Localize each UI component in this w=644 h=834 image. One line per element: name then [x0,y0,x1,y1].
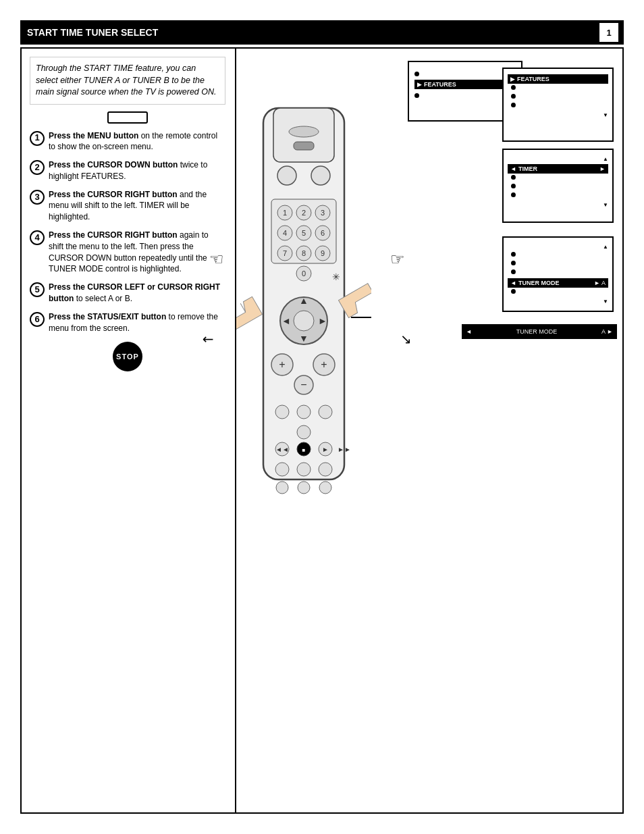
screen2-features-label: FEATURES [517,76,549,82]
bottom-bar-left-arrow: ◄ [466,328,472,335]
step-6-text: Press the STATUS/EXIT button to remove t… [49,311,225,334]
svg-text:8: 8 [302,249,306,257]
screen3-down-arrow: ▼ [508,201,608,209]
screen4-row4 [508,269,608,277]
svg-text:0: 0 [302,269,306,278]
step-3-text: Press the CURSOR RIGHT button and the me… [49,189,225,223]
step-3-bold: Press the CURSOR RIGHT button [49,190,178,199]
svg-point-56 [298,481,310,494]
right-arrow-icon: ► A [594,280,606,286]
bullet-icon [511,85,516,90]
bullet-icon [511,175,516,180]
step-5-rest: to select A or B. [74,294,132,303]
screen4-down-arrow: ▼ [508,298,608,305]
svg-text:◄◄: ◄◄ [275,446,289,453]
left-hand-icon: ☜ [209,250,224,269]
step-5-text: Press the CURSOR LEFT or CURSOR RIGHT bu… [49,282,225,305]
svg-text:6: 6 [321,229,325,237]
svg-point-57 [319,481,331,494]
bullet-icon [511,192,516,197]
screen4-tuner-mode-label: TUNER MODE [518,280,560,286]
stop-circle: STOP [113,342,142,371]
step-2-bold: Press the CURSOR DOWN button [49,160,178,170]
bullet-icon [511,94,516,99]
screen3-row-timer-highlighted: ◄ TIMER ► [508,164,608,174]
svg-text:►►: ►► [338,446,351,453]
screen1-row2-highlighted: ▶ FEATURES [414,80,516,89]
top-header-bar: START TIME TUNER SELECT 1 [20,20,624,45]
step-4-bold: Press the CURSOR RIGHT button [49,230,178,240]
bullet-icon [511,103,516,107]
step-1-number: 1 [30,131,45,146]
step-1-text: Press the MENU button on the remote cont… [49,130,225,153]
step-6-number: 6 [30,312,45,327]
step-1-bold: Press the MENU button [49,131,138,140]
bottom-bar-value: A ► [601,328,613,335]
remote-svg: 1 2 3 4 5 6 7 8 9 0 ✳ [236,101,371,574]
screen3-row3 [508,175,608,182]
screen3-row5 [508,192,608,200]
down-arrow-icon: ▼ [603,202,608,208]
svg-text:◄: ◄ [281,315,291,326]
step-6: 6 Press the STATUS/EXIT button to remove… [30,311,225,334]
screen1-row1 [414,70,516,78]
svg-point-29 [294,311,314,331]
arrow-icon: ◄ [510,165,516,172]
bullet-icon [511,184,516,188]
screen1-features-label: FEATURES [424,81,456,88]
step-5-number: 5 [30,282,45,297]
right-arrow-icon: ► [599,165,606,172]
screen4-row6 [508,289,608,296]
svg-rect-0 [263,108,344,479]
svg-text:1: 1 [283,209,287,217]
svg-text:2: 2 [302,209,306,217]
bullet-icon [414,93,419,98]
step-2-number: 2 [30,160,45,175]
page-number: 1 [599,23,618,42]
screen2-row1-highlighted: ▶ FEATURES [508,74,608,84]
svg-rect-3 [294,142,314,150]
screen3-row4 [508,184,608,191]
step-4-number: 4 [30,230,45,245]
bullet-icon [414,72,419,76]
step-2: 2 Press the CURSOR DOWN button twice to … [30,159,225,182]
up-arrow-icon: ▲ [603,156,608,162]
svg-point-55 [276,481,288,494]
screen4-up-arrow: ▲ [508,243,608,251]
step-5: 5 Press the CURSOR LEFT or CURSOR RIGHT … [30,282,225,305]
stop-button-icon: STOP [30,342,225,371]
screen4-row3 [508,261,608,268]
svg-point-5 [311,166,330,185]
menu-button-icon [107,111,148,124]
page-title: START TIME TUNER SELECT [27,27,158,38]
svg-point-51 [275,463,289,476]
bottom-status-bar: ◄ TUNER MODE A ► [462,324,617,339]
screen-menu-2: ▶ FEATURES ▼ [502,68,614,142]
down-arrow-icon: ▼ [603,298,608,305]
svg-text:■: ■ [302,447,306,453]
step-2-text: Press the CURSOR DOWN button twice to hi… [49,159,225,182]
screen4-tuner-mode-highlighted: ◄ TUNER MODE ► A [508,278,608,288]
diagonal-arrow-right: ↘ [400,331,412,347]
instruction-panel: Through the START TIME feature, you can … [20,47,236,814]
screen-menu-4: ▲ ◄ TUNER MODE ► A ▼ [502,236,614,312]
svg-text:▲: ▲ [299,295,308,306]
svg-text:+: + [321,359,327,370]
bottom-bar-tuner-mode-label: TUNER MODE [516,328,558,335]
screen1-row3 [414,91,516,99]
screen4-row2 [508,252,608,259]
svg-text:9: 9 [321,249,325,257]
bullet-icon [511,252,516,257]
svg-point-41 [297,405,311,419]
svg-text:▼: ▼ [299,333,308,344]
svg-text:►: ► [318,315,327,326]
svg-point-4 [277,166,296,185]
screen2-row3 [508,94,608,101]
down-arrow-icon: ▼ [603,112,608,118]
arrow-icon: ◄ [510,280,516,286]
step-6-bold: Press the STATUS/EXIT button [49,312,166,321]
svg-point-40 [275,405,289,419]
bullet-icon [511,269,516,274]
arrow-icon: ▶ [417,81,422,88]
svg-text:4: 4 [283,229,287,237]
